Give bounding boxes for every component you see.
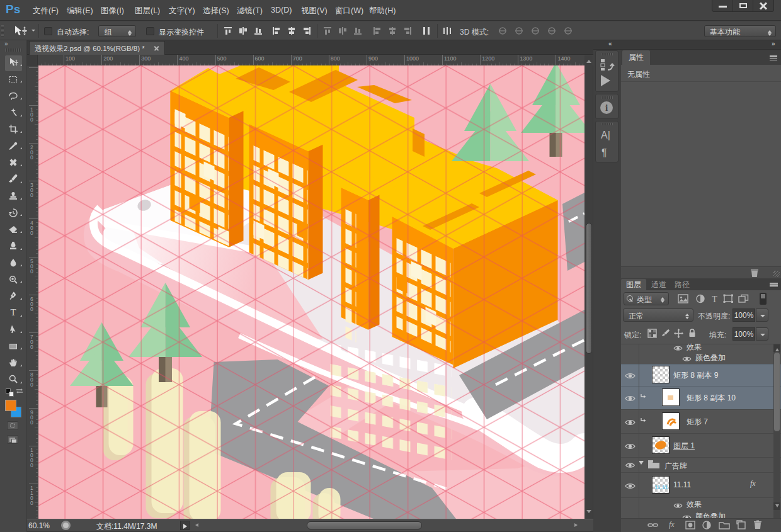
svg-text:T: T <box>10 307 16 317</box>
svg-text:T: T <box>712 295 717 303</box>
